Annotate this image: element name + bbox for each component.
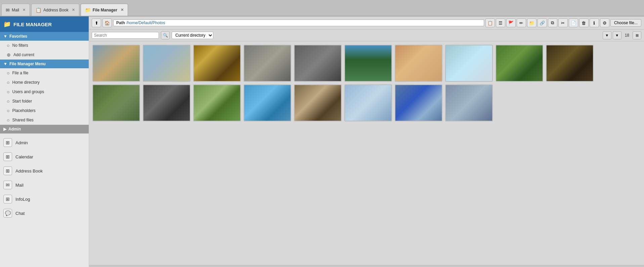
sidebar-item-no-filters[interactable]: ○ No filters	[0, 41, 89, 50]
file-manager-tab-icon: 📁	[85, 7, 91, 13]
choose-file-button[interactable]: Choose file...	[610, 19, 641, 27]
photo-10[interactable]	[546, 45, 594, 82]
placeholders-label: Placeholders	[12, 108, 35, 113]
sidebar-item-start-folder[interactable]: ○ Start folder	[0, 97, 89, 106]
filter-button[interactable]: ▼	[603, 31, 611, 39]
users-and-groups-icon: ○	[7, 89, 9, 94]
tab-address-book[interactable]: 📋 Address Book ✕	[31, 4, 79, 16]
photo-8[interactable]	[445, 45, 493, 82]
path-bar: Path /home/Default/Photos	[113, 20, 484, 26]
sidebar-item-file-a-file[interactable]: ○ File a file	[0, 68, 89, 78]
edit-button[interactable]: ✏	[517, 18, 526, 27]
users-and-groups-label: Users and groups	[12, 89, 44, 94]
tab-mail-close[interactable]: ✕	[23, 8, 26, 12]
directory-select[interactable]: Current directory	[172, 32, 213, 39]
photo-14[interactable]	[244, 84, 291, 121]
photo-9[interactable]	[496, 45, 543, 82]
sidebar-item-users-and-groups[interactable]: ○ Users and groups	[0, 87, 89, 97]
photo-13[interactable]	[193, 84, 241, 121]
search-button[interactable]: 🔍	[161, 31, 170, 39]
app-header-icon: 📁	[3, 21, 11, 28]
infolog-nav-icon: ⊞	[3, 195, 12, 203]
tab-mail-label: Mail	[12, 8, 19, 12]
infolog-nav-label: InfoLog	[15, 197, 30, 202]
path-value: /home/Default/Photos	[126, 21, 165, 25]
list-button[interactable]: ☰	[496, 18, 505, 27]
grid-view-button[interactable]: ⊞	[633, 31, 641, 39]
admin-nav-label: Admin	[15, 140, 28, 145]
photo-3[interactable]	[193, 45, 241, 82]
sidebar-nav-chat[interactable]: 💬 Chat	[0, 206, 89, 220]
photo-7[interactable]	[395, 45, 442, 82]
shared-files-icon: ○	[7, 117, 9, 123]
admin-label: Admin	[8, 127, 21, 131]
start-folder-icon: ○	[7, 99, 9, 104]
tab-file-manager[interactable]: 📁 File Manager ✕	[81, 4, 128, 16]
favorites-section[interactable]: ▼ Favorites	[0, 32, 89, 41]
delete-button[interactable]: 🗑	[579, 18, 589, 27]
sidebar-item-home-directory[interactable]: ○ Home directory	[0, 78, 89, 87]
copy-button[interactable]: ⧉	[548, 18, 557, 27]
flag-button[interactable]: 🚩	[506, 18, 516, 27]
tab-mail[interactable]: ✉ Mail ✕	[1, 4, 30, 16]
tab-file-manager-close[interactable]: ✕	[121, 8, 124, 12]
photo-18[interactable]	[445, 84, 493, 121]
sidebar-nav-admin[interactable]: ⊞ Admin	[0, 136, 89, 150]
favorites-arrow: ▼	[3, 34, 7, 39]
cut-button[interactable]: ✂	[558, 18, 568, 27]
photo-2[interactable]	[143, 45, 190, 82]
file-a-file-label: File a file	[12, 71, 28, 75]
add-current-icon: ⊕	[7, 52, 11, 58]
sidebar-nav-infolog[interactable]: ⊞ InfoLog	[0, 192, 89, 206]
sidebar-item-shared-files[interactable]: ○ Shared files	[0, 115, 89, 125]
mail-icon: ✉	[6, 7, 10, 13]
clipboard-button[interactable]: 📋	[485, 18, 495, 27]
search-input-wrap	[92, 32, 159, 39]
photo-4[interactable]	[244, 45, 291, 82]
sidebar-nav-address-book[interactable]: ⊞ Address Book	[0, 164, 89, 178]
folder-button[interactable]: 📁	[527, 18, 536, 27]
sidebar-nav-calendar[interactable]: ⊞ Calendar	[0, 150, 89, 164]
photo-15[interactable]	[294, 84, 342, 121]
photo-5[interactable]	[294, 45, 342, 82]
info-button[interactable]: ℹ	[590, 18, 599, 27]
photo-16[interactable]	[344, 84, 392, 121]
toolbar-right: 📋 ☰ 🚩 ✏ 📁 🔗 ⧉ ✂ 📄 🗑 ℹ ⚙ Choose file...	[485, 18, 641, 27]
start-folder-label: Start folder	[12, 99, 32, 104]
admin-nav-icon: ⊞	[3, 138, 12, 147]
sidebar-item-add-current[interactable]: ⊕ Add current	[0, 50, 89, 60]
app-header: 📁 FILE MANAGER	[0, 16, 89, 32]
sidebar-nav-mail[interactable]: ✉ Mail	[0, 178, 89, 192]
address-book-nav-label: Address Book	[15, 168, 43, 174]
path-label: Path	[116, 21, 125, 25]
photo-17[interactable]	[395, 84, 442, 121]
placeholders-icon: ○	[7, 108, 9, 113]
photo-6[interactable]	[344, 45, 392, 82]
file-manager-menu-section[interactable]: ▼ File Manager Menu	[0, 60, 89, 68]
address-book-icon: 📋	[36, 7, 41, 13]
tab-address-book-close[interactable]: ✕	[72, 8, 75, 12]
home-directory-icon: ○	[7, 80, 9, 85]
photo-grid	[92, 45, 641, 121]
view-options-button[interactable]: ▼	[613, 31, 621, 39]
link-button[interactable]: 🔗	[538, 18, 547, 27]
photo-12[interactable]	[143, 84, 190, 121]
file-a-file-icon: ○	[7, 70, 9, 76]
settings-button[interactable]: ⚙	[600, 18, 609, 27]
photo-1[interactable]	[92, 45, 140, 82]
search-right: ▼ ▼ 18 ⊞	[603, 31, 641, 39]
admin-section[interactable]: ▶ Admin	[0, 125, 89, 134]
content-area: ⬆ 🏠 Path /home/Default/Photos 📋 ☰ 🚩 ✏ 📁 …	[89, 16, 644, 267]
home-button[interactable]: 🏠	[102, 18, 112, 27]
paste-button[interactable]: 📄	[569, 18, 578, 27]
calendar-nav-label: Calendar	[15, 154, 33, 159]
photo-grid-container[interactable]	[89, 41, 644, 265]
photo-11[interactable]	[92, 84, 140, 121]
tab-address-book-label: Address Book	[43, 8, 69, 12]
file-manager-menu-arrow: ▼	[3, 62, 7, 66]
back-button[interactable]: ⬆	[92, 18, 101, 27]
search-input[interactable]	[94, 33, 144, 38]
admin-arrow: ▶	[3, 127, 6, 131]
sidebar-item-placeholders[interactable]: ○ Placeholders	[0, 106, 89, 115]
add-current-label: Add current	[13, 52, 34, 57]
